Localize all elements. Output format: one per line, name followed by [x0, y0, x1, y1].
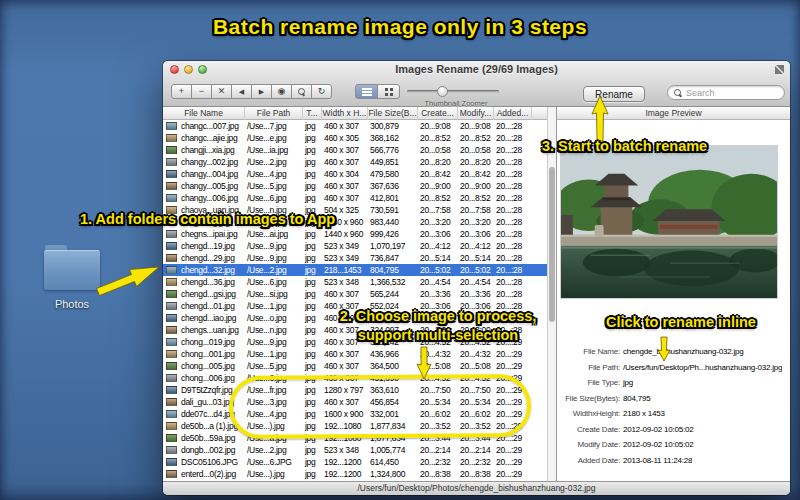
table-row[interactable]: changy...006.jpg/Use...6.jpgjpg460 x 307…: [163, 192, 547, 204]
annotation-click-rename: Click to rename inline: [606, 314, 756, 330]
info-label: Added Date:: [561, 456, 623, 465]
thumbnail-zoomer-slider[interactable]: [407, 85, 499, 97]
cell-file-path: /Use...si.jpg: [245, 289, 303, 299]
annotation-step3: 3. Start to batch rename: [542, 138, 707, 154]
cell-file-name: chengd...36.jpg: [179, 277, 245, 287]
file-thumbnail-icon: [166, 278, 177, 286]
search-field[interactable]: Search: [667, 85, 785, 100]
cell-modified: 20...5:02: [458, 265, 494, 275]
cell-dimensions: 218...1453: [322, 265, 368, 275]
cell-added: 20...:28: [494, 121, 532, 131]
cell-modified: 20...9:00: [458, 181, 494, 191]
cell-file-path: /Use...4.jpg: [245, 169, 303, 179]
info-row: Create Date:2012-09-02 10:05:02: [561, 422, 788, 438]
column-header[interactable]: T...: [303, 107, 322, 120]
info-value: /Users/fun/Desktop/Ph...hushanzhuang-032…: [623, 363, 782, 372]
cell-type: jpg: [303, 145, 322, 155]
fullscreen-icon[interactable]: [775, 65, 784, 74]
cell-dimensions: 523 x 349: [322, 241, 368, 251]
cell-created: 20...4:12: [418, 241, 458, 251]
cell-dimensions: 460 x 307: [322, 361, 368, 371]
cell-dimensions: 460 x 307: [322, 121, 368, 131]
window-chrome: Images Rename (29/69 Images) +−✕◀▶◉↻ Thu…: [163, 61, 790, 107]
delete-button[interactable]: ✕: [211, 84, 232, 99]
info-value: 2180 x 1453: [623, 409, 665, 418]
file-thumbnail-icon: [166, 242, 177, 250]
cell-modified: 20...9:08: [458, 121, 494, 131]
photos-folder[interactable]: Photos: [44, 250, 100, 292]
add-button[interactable]: +: [171, 84, 192, 99]
table-row[interactable]: chengd...36.jpg/Use...6.jpgjpg523 x 3481…: [163, 276, 547, 288]
column-header[interactable]: Create...: [418, 107, 458, 120]
maximize-button[interactable]: [198, 65, 207, 74]
table-row[interactable]: chengd...19.jpg/Use...9.jpgjpg523 x 3491…: [163, 240, 547, 252]
cell-file-name: chengd...32.jpg: [179, 265, 245, 275]
table-row[interactable]: DSC05106.JPG/Use...6.JPGjpg192...1200614…: [163, 456, 547, 468]
table-row[interactable]: changy...004.jpg/Use...4.jpgjpg460 x 304…: [163, 168, 547, 180]
cell-modified: 20...8:42: [458, 169, 494, 179]
cell-created: 20...3:20: [418, 217, 458, 227]
file-info-list: File Name:chengde_bishushanzhuang-032.jp…: [561, 344, 788, 468]
cell-file-size: 412,801: [368, 193, 418, 203]
cell-type: jpg: [303, 121, 322, 131]
cell-created: 20...5:14: [418, 253, 458, 263]
table-row[interactable]: dongb...002.jpg/Use...2.jpgjpg523 x 3481…: [163, 444, 547, 456]
column-header[interactable]: Added...: [494, 107, 532, 120]
table-row[interactable]: changc...007.jpg/Use...7.jpgjpg460 x 307…: [163, 120, 547, 132]
file-thumbnail-icon: [166, 182, 177, 190]
cell-file-size: 479,580: [368, 169, 418, 179]
table-row[interactable]: changc...ajie.jpg/Use...e.jpgjpg460 x 30…: [163, 132, 547, 144]
list-view-button[interactable]: [355, 84, 378, 99]
table-row[interactable]: enterd...0(2).jpg/Use...).jpgjpg192...12…: [163, 468, 547, 480]
info-value: 2012-09-02 10:05:02: [623, 425, 694, 434]
cell-type: jpg: [303, 349, 322, 359]
file-thumbnail-icon: [166, 350, 177, 358]
info-value[interactable]: chengde_bishushanzhuang-032.jpg: [623, 347, 744, 356]
table-row[interactable]: chegns...ipai.jpg/Use...ai.jpgjpg1440 x …: [163, 228, 547, 240]
cell-file-name: chengs...uan.jpg: [179, 325, 245, 335]
cell-file-name: chong...005.jpg: [179, 361, 245, 371]
column-header[interactable]: Modify...: [458, 107, 494, 120]
cell-dimensions: 460 x 307: [322, 349, 368, 359]
scrollbar-thumb[interactable]: [549, 167, 555, 322]
table-row[interactable]: chengd...gsi.jpg/Use...si.jpgjpg460 x 30…: [163, 288, 547, 300]
table-row[interactable]: changy...005.jpg/Use...5.jpgjpg460 x 307…: [163, 180, 547, 192]
x-icon: ✕: [218, 87, 226, 96]
file-thumbnail-icon: [166, 386, 177, 394]
info-label: File Name:: [561, 347, 623, 356]
table-row[interactable]: changy...002.jpg/Use...2.jpgjpg460 x 307…: [163, 156, 547, 168]
refresh-icon: ↻: [318, 87, 326, 96]
cell-dimensions: 460 x 307: [322, 157, 368, 167]
quicklook-button[interactable]: ◉: [271, 84, 292, 99]
forward-button[interactable]: ▶: [251, 84, 272, 99]
table-row[interactable]: chong...005.jpg/Use...5.jpgjpg460 x 3073…: [163, 360, 547, 372]
minimize-button[interactable]: [184, 65, 193, 74]
slider-knob[interactable]: [437, 86, 448, 97]
table-row[interactable]: chengd...32.jpg/Use...2.jpgjpg218...1453…: [163, 264, 547, 276]
table-row[interactable]: chong...001.jpg/Use...1.jpgjpg460 x 3074…: [163, 348, 547, 360]
cell-file-path: /Use...2.jpg: [245, 157, 303, 167]
cell-type: jpg: [303, 277, 322, 287]
column-header[interactable]: File Name: [163, 107, 245, 120]
column-header[interactable]: Width x H...: [322, 107, 368, 120]
back-button[interactable]: ◀: [231, 84, 252, 99]
close-button[interactable]: [170, 65, 179, 74]
file-thumbnail-icon: [166, 146, 177, 154]
column-header[interactable]: File Size(B...: [368, 107, 418, 120]
grid-view-button[interactable]: [377, 84, 400, 99]
table-row[interactable]: changji...xia.jpg/Use...ia.jpgjpg460 x 3…: [163, 144, 547, 156]
cell-file-size: 1,324,800: [368, 469, 418, 479]
table-row[interactable]: chengd...29.jpg/Use...9.jpgjpg523 x 3497…: [163, 252, 547, 264]
zoom-button[interactable]: [291, 84, 312, 99]
table-scrollbar[interactable]: [547, 107, 556, 481]
remove-button[interactable]: −: [191, 84, 212, 99]
info-row: WidthxHeight:2180 x 1453: [561, 406, 788, 422]
refresh-button[interactable]: ↻: [311, 84, 332, 99]
cell-dimensions: 192...1200: [322, 457, 368, 467]
column-header[interactable]: File Path: [245, 107, 303, 120]
cell-added: 20...:29: [494, 361, 532, 371]
rename-button[interactable]: Rename: [583, 86, 645, 102]
cell-file-path: /Use...2.jpg: [245, 445, 303, 455]
cell-added: 20...:28: [494, 193, 532, 203]
title-bar[interactable]: Images Rename (29/69 Images): [163, 61, 790, 78]
